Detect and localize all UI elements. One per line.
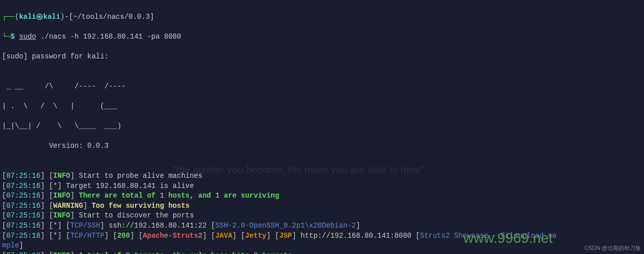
prompt-line-1: ┌──(kali㉿kali)-[~/tools/nacs/0.0.3]	[2, 12, 642, 22]
terminal-output: ┌──(kali㉿kali)-[~/tools/nacs/0.0.3] └─$ …	[2, 2, 642, 254]
log-line: [07:25:16] [WARNING] Too few surviving h…	[2, 201, 642, 211]
csdn-credit: CSDN @过期的秋刀鱼	[585, 244, 641, 252]
sudo-cmd: sudo	[19, 33, 37, 41]
watermark: www.9969.net	[463, 228, 553, 248]
log-line: [07:25:16] [INFO] Start to probe alive m…	[2, 171, 642, 181]
log-line: [07:25:16] [INFO] There are total of 1 h…	[2, 191, 642, 201]
log-line: [07:25:18] [INFO] A total of 2 targets, …	[2, 251, 642, 254]
skull-icon: ㉿	[36, 13, 43, 21]
log-line: [07:25:16] [INFO] Start to discover the …	[2, 211, 642, 221]
ascii-banner: _ __ /\ /---- /---- | . \ / \ | (___ |_|…	[2, 72, 642, 161]
sudo-prompt: [sudo] password for kali:	[2, 52, 642, 62]
log-line: [07:25:16] [*] Target 192.168.80.141 is …	[2, 181, 642, 192]
prompt-line-2: └─$ sudo ./nacs -h 192.168.80.141 -pa 80…	[2, 32, 642, 42]
